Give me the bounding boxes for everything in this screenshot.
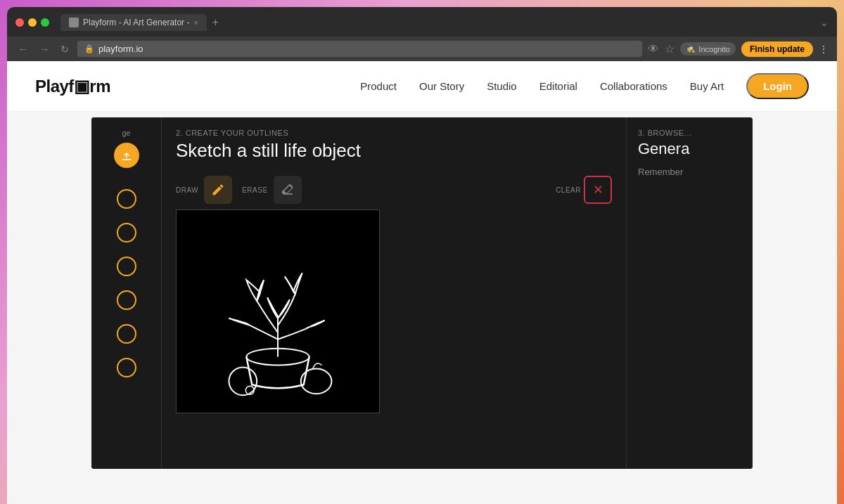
erase-tool-group: ERASE	[242, 176, 301, 204]
active-tab[interactable]: Playform - AI Art Generator - ×	[60, 14, 207, 31]
clear-group: CLEAR ✕	[556, 176, 612, 204]
lock-icon: 🔒	[84, 44, 94, 53]
svg-point-1	[229, 367, 257, 395]
step-header: 2. CREATE YOUR OUTLINES Sketch a still l…	[162, 117, 626, 170]
login-button[interactable]: Login	[746, 73, 809, 99]
right-step-title: Genera	[638, 140, 741, 158]
address-bar[interactable]: 🔒 playform.io	[77, 41, 642, 57]
sidebar-circle-1[interactable]	[117, 189, 136, 209]
site-nav: Playf▣rm Product Our Story Studio Editor…	[7, 61, 837, 112]
tab-favicon	[69, 18, 79, 27]
incognito-label: Incognito	[698, 45, 730, 53]
nav-links: Product Our Story Studio Editorial Colla…	[360, 80, 724, 92]
sidebar-circle-5[interactable]	[117, 324, 136, 344]
incognito-icon: 🕵	[686, 44, 696, 53]
new-tab-button[interactable]: +	[210, 16, 222, 29]
upload-button[interactable]	[114, 143, 139, 168]
visibility-icon: 👁	[648, 43, 659, 56]
drawing-toolbar: DRAW ERASE	[162, 170, 626, 209]
canvas-area	[162, 209, 626, 469]
finish-update-button[interactable]: Finish update	[741, 41, 813, 57]
incognito-badge: 🕵 Incognito	[680, 42, 736, 56]
back-button[interactable]: ←	[15, 42, 31, 56]
clear-icon: ✕	[593, 182, 603, 198]
minimize-traffic-light[interactable]	[28, 18, 37, 27]
toolbar-right: 👁 ☆ 🕵 Incognito Finish update ⋮	[648, 41, 829, 57]
refresh-button[interactable]: ↻	[58, 42, 72, 56]
tab-bar: Playform - AI Art Generator - × +	[60, 14, 814, 31]
drawing-canvas[interactable]	[176, 209, 380, 413]
sidebar-label: ge	[122, 129, 130, 137]
draw-tool-button[interactable]	[204, 176, 232, 204]
nav-our-story[interactable]: Our Story	[419, 80, 464, 92]
forward-button[interactable]: →	[37, 42, 52, 56]
url-text: playform.io	[98, 44, 143, 54]
star-icon[interactable]: ☆	[665, 42, 674, 56]
sidebar-circle-3[interactable]	[117, 257, 136, 276]
maximize-traffic-light[interactable]	[41, 18, 49, 27]
erase-tool-button[interactable]	[274, 176, 302, 204]
step-title: Sketch a still life object	[176, 140, 612, 162]
clear-button[interactable]: ✕	[584, 176, 612, 204]
draw-label: DRAW	[176, 186, 198, 194]
step-number: 2. CREATE YOUR OUTLINES	[176, 129, 612, 137]
traffic-lights	[15, 18, 49, 27]
app-container: ge 2. CREATE YOUR OUTLINES Sk	[91, 117, 753, 469]
sidebar-circle-6[interactable]	[117, 358, 136, 377]
draw-tool-group: DRAW	[176, 176, 232, 204]
right-panel: 3. BROWSE... Genera Remember	[626, 117, 753, 469]
right-step-number: 3. BROWSE...	[638, 129, 741, 137]
nav-studio[interactable]: Studio	[487, 80, 517, 92]
tab-close-btn[interactable]: ×	[193, 18, 198, 27]
svg-point-3	[301, 368, 332, 394]
sidebar: ge	[91, 117, 162, 469]
nav-collaborations[interactable]: Collaborations	[600, 80, 667, 92]
sidebar-circle-4[interactable]	[117, 290, 136, 310]
browser-toolbar: ← → ↻ 🔒 playform.io 👁 ☆ 🕵 Incognito Fini…	[7, 37, 837, 61]
nav-editorial[interactable]: Editorial	[539, 80, 577, 92]
right-body-text: Remember	[638, 167, 741, 177]
sidebar-circle-2[interactable]	[117, 223, 136, 243]
website: Playf▣rm Product Our Story Studio Editor…	[7, 61, 837, 504]
nav-product[interactable]: Product	[360, 80, 397, 92]
tab-title: Playform - AI Art Generator -	[83, 18, 189, 27]
nav-buy-art[interactable]: Buy Art	[690, 80, 724, 92]
more-options-button[interactable]: ⋮	[819, 44, 829, 55]
site-logo[interactable]: Playf▣rm	[35, 77, 110, 96]
clear-label: CLEAR	[556, 186, 581, 194]
close-traffic-light[interactable]	[15, 18, 24, 27]
window-chevron: ⌄	[820, 17, 829, 28]
erase-label: ERASE	[242, 186, 267, 194]
step-panel: 2. CREATE YOUR OUTLINES Sketch a still l…	[162, 117, 626, 469]
site-content: ge 2. CREATE YOUR OUTLINES Sk	[7, 112, 837, 504]
